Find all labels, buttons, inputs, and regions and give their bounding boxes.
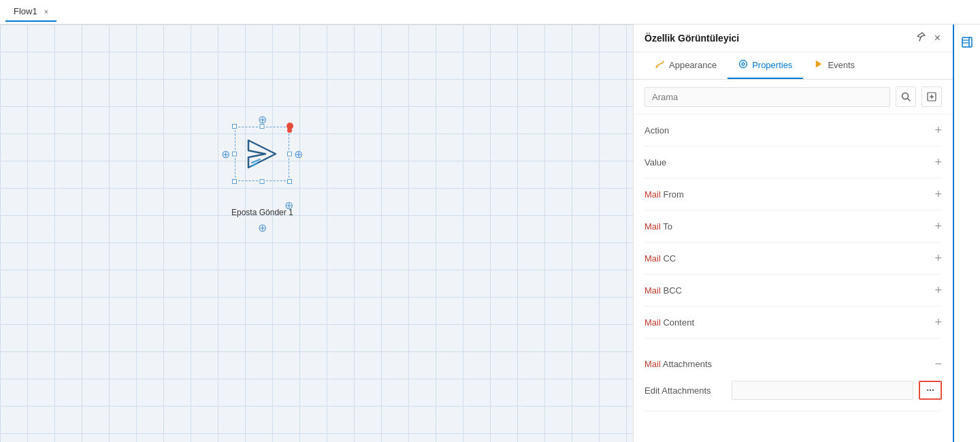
handle-br[interactable] — [287, 179, 292, 184]
svg-point-5 — [742, 63, 745, 65]
handle-mr[interactable] — [287, 152, 292, 157]
svg-marker-6 — [816, 61, 821, 67]
tab-events-label: Events — [828, 60, 855, 70]
red-dot-side — [287, 128, 292, 133]
panel-title: Özellik Görüntüleyici — [644, 33, 739, 44]
properties-list: Action + Value + Mail From + Mail To + — [634, 114, 953, 442]
edit-attachments-more-button[interactable]: ··· — [919, 381, 942, 400]
tab-bar: Flow1 × — [0, 0, 980, 25]
property-row-mail-bcc: Mail BCC + — [644, 274, 942, 306]
property-row-mail-to: Mail To + — [644, 210, 942, 242]
right-panel: Özellik Görüntüleyici × Appe — [633, 25, 953, 442]
tab-properties-label: Properties — [752, 60, 792, 70]
tab-events[interactable]: Events — [803, 52, 866, 79]
property-collapse-mail-attachments[interactable]: − — [934, 358, 942, 370]
property-label-mail-attachments: Mail Attachments — [644, 359, 712, 369]
property-label-mail-bcc: Mail BCC — [644, 285, 682, 296]
property-add-mail-cc[interactable]: + — [934, 252, 942, 264]
node-send-email-icon — [245, 137, 279, 171]
svg-rect-12 — [962, 37, 972, 47]
property-label-mail-from: Mail From — [644, 189, 684, 200]
pin-button[interactable] — [914, 30, 928, 46]
connector-left[interactable]: ⊕ — [221, 148, 230, 161]
sidebar-panel-toggle-button[interactable] — [955, 30, 979, 54]
handle-bl[interactable] — [232, 179, 237, 184]
property-row-mail-attachments: Mail Attachments − Edit Attachments ··· — [644, 338, 942, 411]
property-row-action: Action + — [644, 114, 942, 146]
property-add-mail-bcc[interactable]: + — [934, 284, 942, 296]
node-selection[interactable]: ⊕ ⊕ ⊕ — [235, 127, 289, 181]
tab-close-icon[interactable]: × — [44, 7, 48, 16]
panel-icon — [960, 35, 974, 49]
close-panel-button[interactable]: × — [933, 31, 942, 46]
svg-point-3 — [656, 66, 658, 68]
property-label-mail-to: Mail To — [644, 221, 672, 232]
flow-node-container: ⊕ ⊕ ⊕ ⊕ Eposta Gönder 1 ⊕ — [231, 127, 293, 234]
connector-bottom-below-node[interactable]: ⊕ — [284, 199, 293, 212]
property-row-mail-from: Mail From + — [644, 178, 942, 210]
svg-marker-0 — [248, 140, 276, 168]
tab-flow1-label: Flow1 — [14, 6, 37, 16]
canvas-area[interactable]: ⊕ ⊕ ⊕ ⊕ Eposta Gönder 1 ⊕ — [0, 25, 633, 442]
property-add-mail-content[interactable]: + — [934, 316, 942, 328]
appearance-icon — [655, 59, 665, 71]
main-layout: ⊕ ⊕ ⊕ ⊕ Eposta Gönder 1 ⊕ Özellik Görünt — [0, 25, 980, 442]
tab-flow1[interactable]: Flow1 × — [5, 2, 56, 22]
search-button[interactable] — [896, 86, 916, 107]
tab-properties[interactable]: Properties — [728, 52, 803, 79]
connector-top[interactable]: ⊕ — [258, 113, 267, 126]
property-row-mail-content: Mail Content + — [644, 306, 942, 338]
property-add-action[interactable]: + — [934, 124, 942, 136]
right-sidebar — [953, 25, 980, 442]
connector-below-label[interactable]: ⊕ — [258, 221, 267, 234]
svg-line-8 — [908, 99, 911, 101]
handle-tl[interactable] — [232, 124, 237, 129]
mail-attachments-header: Mail Attachments − — [644, 348, 942, 375]
property-row-value: Value + — [644, 146, 942, 178]
tab-appearance-label: Appearance — [669, 60, 717, 70]
properties-icon — [738, 59, 748, 71]
property-label-mail-cc: Mail CC — [644, 253, 676, 264]
svg-point-4 — [740, 61, 747, 68]
edit-attachments-label: Edit Attachments — [644, 385, 726, 396]
handle-ml[interactable] — [232, 152, 237, 157]
tab-appearance[interactable]: Appearance — [644, 52, 728, 79]
edit-attachments-input[interactable] — [732, 381, 913, 400]
search-input[interactable] — [644, 87, 890, 107]
add-icon — [927, 92, 936, 101]
property-add-value[interactable]: + — [934, 156, 942, 168]
connector-right[interactable]: ⊕ — [294, 148, 303, 161]
property-label-value: Value — [644, 157, 666, 168]
events-icon — [814, 59, 823, 71]
property-add-mail-from[interactable]: + — [934, 188, 942, 200]
panel-tabs: Appearance Properties Events — [634, 52, 953, 80]
panel-header-actions: × — [914, 30, 942, 46]
search-icon — [901, 92, 911, 101]
property-row-mail-cc: Mail CC + — [644, 242, 942, 274]
panel-header: Özellik Görüntüleyici × — [634, 25, 953, 52]
handle-bc[interactable] — [260, 179, 265, 184]
add-property-button[interactable] — [921, 86, 942, 107]
property-label-mail-content: Mail Content — [644, 317, 694, 328]
pin-icon — [915, 31, 926, 42]
property-label-action: Action — [644, 125, 669, 136]
property-add-mail-to[interactable]: + — [934, 220, 942, 232]
edit-attachments-row: Edit Attachments ··· — [644, 375, 942, 405]
search-bar — [634, 80, 953, 114]
